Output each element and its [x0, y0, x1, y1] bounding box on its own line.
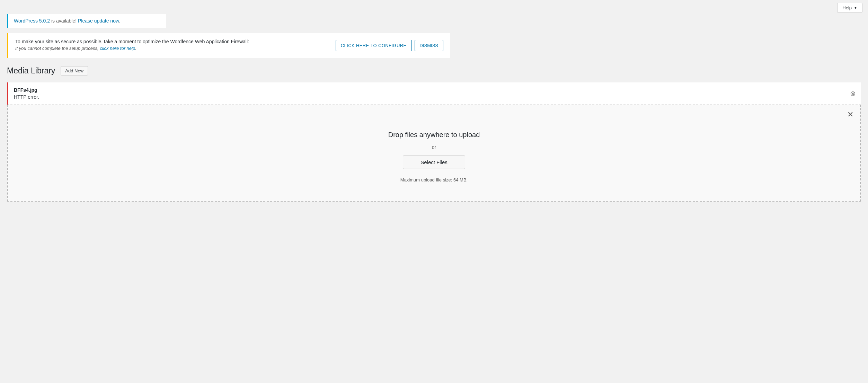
page-title-row: Media Library Add New	[7, 66, 861, 75]
upload-error-row: BFFs4.jpg HTTP error. ⊗	[7, 82, 861, 105]
help-button[interactable]: Help ▼	[837, 3, 862, 13]
close-error-button[interactable]: ⊗	[849, 89, 857, 98]
upload-error-message: HTTP error.	[14, 94, 847, 100]
wordpress-update-notice: WordPress 5.0.2 is available! Please upd…	[7, 14, 166, 28]
security-help-link[interactable]: click here for help	[100, 46, 135, 51]
max-upload-size-text: Maximum upload file size: 64 MB.	[400, 177, 468, 182]
help-label: Help	[842, 5, 852, 10]
upload-error-filename: BFFs4.jpg	[14, 87, 847, 93]
select-files-button[interactable]: Select Files	[403, 155, 465, 169]
chevron-down-icon: ▼	[854, 6, 857, 10]
upload-drop-zone[interactable]: ✕ Drop files anywhere to upload or Selec…	[7, 105, 861, 202]
close-upload-zone-button[interactable]: ✕	[847, 111, 853, 118]
update-notice-text: is available!	[50, 18, 78, 24]
please-update-link[interactable]: Please update now	[78, 18, 119, 24]
upload-or-text: or	[432, 144, 436, 150]
help-suffix: .	[135, 46, 136, 51]
dismiss-notice-button[interactable]: DISMISS	[415, 40, 443, 51]
security-help-text: If you cannot complete the setup process…	[15, 46, 330, 51]
main-content: WordPress 5.0.2 is available! Please upd…	[0, 0, 868, 208]
update-notice-period: .	[119, 18, 120, 24]
wordpress-version-link[interactable]: WordPress 5.0.2	[14, 18, 50, 24]
close-upload-zone-icon: ✕	[847, 110, 853, 119]
security-main-text: To make your site as secure as possible,…	[15, 39, 330, 44]
drop-files-text: Drop files anywhere to upload	[388, 131, 480, 139]
top-bar: Help ▼	[832, 0, 868, 16]
security-notice-buttons: CLICK HERE TO CONFIGURE DISMISS	[336, 40, 443, 51]
add-new-button[interactable]: Add New	[61, 66, 88, 75]
configure-firewall-button[interactable]: CLICK HERE TO CONFIGURE	[336, 40, 412, 51]
close-error-icon: ⊗	[850, 90, 856, 97]
wordfence-security-notice: To make your site as secure as possible,…	[7, 33, 450, 58]
security-notice-text: To make your site as secure as possible,…	[15, 39, 330, 52]
help-prefix: If you cannot complete the setup process…	[15, 46, 100, 51]
page-title: Media Library	[7, 66, 55, 75]
